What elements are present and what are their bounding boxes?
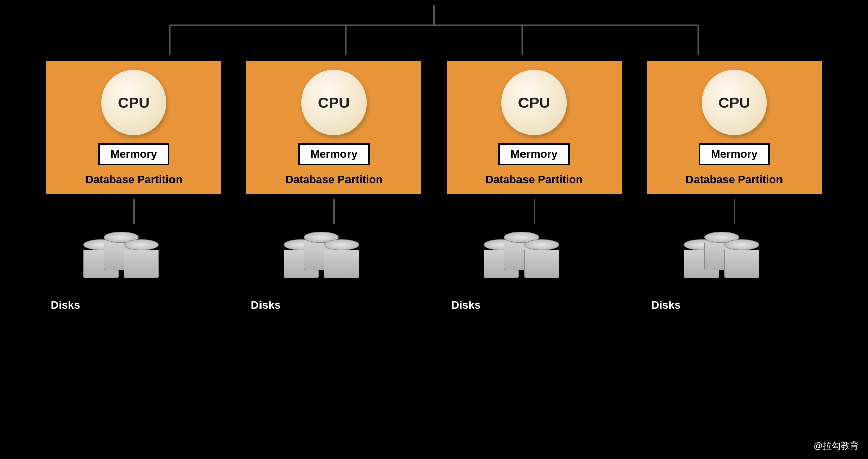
disk-top-1c: [124, 239, 159, 250]
node-4: CPU Mermory Database Partition: [641, 55, 827, 199]
connector-line-2: [333, 199, 335, 224]
node-1: CPU Mermory Database Partition: [41, 55, 227, 199]
watermark-text: @拉勾教育: [814, 441, 859, 451]
node-3-inner: CPU Mermory Database Partition: [447, 61, 622, 194]
connector-line-1: [133, 199, 135, 224]
memory-label-3: Mermory: [511, 148, 558, 160]
node-1-inner: CPU Mermory Database Partition: [46, 61, 221, 194]
disk-unit-2: Disks: [241, 199, 427, 312]
watermark: @拉勾教育: [814, 440, 859, 452]
cpu-label-1: CPU: [118, 94, 149, 111]
disk-unit-1: Disks: [41, 199, 227, 312]
cpu-label-4: CPU: [718, 94, 750, 111]
memory-label-4: Mermory: [711, 148, 758, 160]
disk-group-1: [83, 224, 184, 295]
memory-box-2: Mermory: [298, 143, 370, 165]
memory-box-1: Mermory: [98, 143, 170, 165]
node-2-inner: CPU Mermory Database Partition: [246, 61, 421, 194]
node-4-inner: CPU Mermory Database Partition: [647, 61, 822, 194]
memory-box-3: Mermory: [498, 143, 570, 165]
disk-group-3: [484, 224, 584, 295]
disk-top-4c: [724, 239, 759, 250]
partition-label-4: Database Partition: [685, 173, 783, 187]
disks-label-3: Disks: [451, 299, 481, 312]
disks-row: Disks Disks: [12, 199, 856, 312]
node-3: CPU Mermory Database Partition: [441, 55, 627, 199]
disk-body-4c: [724, 250, 759, 278]
disk-group-2: [284, 224, 384, 295]
connector-line-3: [534, 199, 535, 224]
partition-label-1: Database Partition: [85, 173, 182, 187]
disk-unit-3: Disks: [441, 199, 627, 312]
disks-label-4: Disks: [651, 299, 681, 312]
partition-label-3: Database Partition: [485, 173, 582, 187]
memory-label-2: Mermory: [311, 148, 358, 160]
memory-label-1: Mermory: [111, 148, 157, 160]
cpu-label-2: CPU: [318, 94, 350, 111]
disks-label-1: Disks: [51, 299, 80, 312]
diagram-wrapper: CPU Mermory Database Partition CPU Mermo…: [0, 0, 868, 459]
node-2: CPU Mermory Database Partition: [241, 55, 427, 199]
disk-cylinder-4c: [724, 239, 759, 278]
disk-body-1c: [124, 250, 159, 278]
cpu-circle-2: CPU: [301, 70, 367, 135]
connector-line-4: [734, 199, 735, 224]
disk-top-3c: [524, 239, 559, 250]
disk-top-2c: [324, 239, 359, 250]
disk-group-4: [684, 224, 785, 295]
cpu-label-3: CPU: [518, 94, 550, 111]
cpu-circle-1: CPU: [101, 70, 166, 135]
disk-body-2c: [324, 250, 359, 278]
nodes-row: CPU Mermory Database Partition CPU Mermo…: [12, 55, 856, 199]
disk-cylinder-3c: [524, 239, 559, 278]
disk-unit-4: Disks: [641, 199, 827, 312]
top-connector: [82, 5, 786, 55]
disks-label-2: Disks: [251, 299, 281, 312]
cpu-circle-4: CPU: [702, 70, 767, 135]
disk-cylinder-2c: [324, 239, 359, 278]
memory-box-4: Mermory: [699, 143, 770, 165]
disk-body-3c: [524, 250, 559, 278]
cpu-circle-3: CPU: [501, 70, 567, 135]
partition-label-2: Database Partition: [285, 173, 382, 187]
disk-cylinder-1c: [124, 239, 159, 278]
